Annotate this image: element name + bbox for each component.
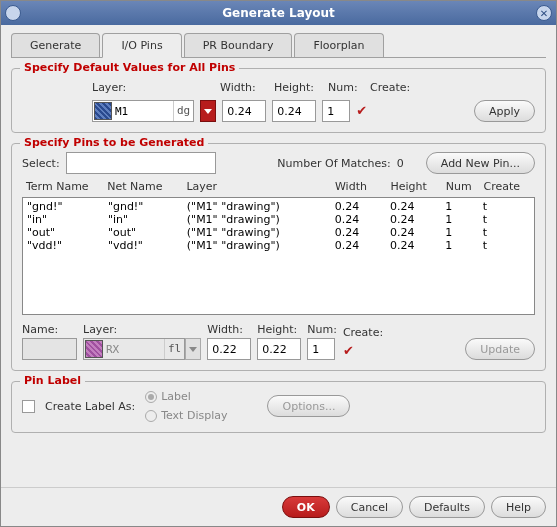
titlebar: Generate Layout ✕ bbox=[1, 1, 556, 25]
label-matches: Number Of Matches: bbox=[277, 157, 390, 170]
create-label-as-checkbox[interactable] bbox=[22, 400, 35, 413]
close-icon[interactable]: ✕ bbox=[536, 5, 552, 21]
pin-table[interactable]: "gnd!" "gnd!" ("M1" "drawing") 0.240.241… bbox=[22, 197, 535, 315]
default-layer-input[interactable] bbox=[113, 102, 173, 120]
edit-layer-suffix: fl bbox=[164, 339, 184, 359]
radio-label-text: Label bbox=[161, 390, 191, 403]
col-num: Num bbox=[446, 180, 484, 193]
app-icon bbox=[5, 5, 21, 21]
options-button: Options... bbox=[267, 395, 350, 417]
add-new-pin-button[interactable]: Add New Pin... bbox=[426, 152, 535, 174]
default-height-input[interactable] bbox=[272, 100, 316, 122]
group-pins-to-generate: Specify Pins to be Generated Select: Num… bbox=[11, 143, 546, 371]
group-title-defaults: Specify Default Values for All Pins bbox=[20, 61, 239, 74]
radio-text-display bbox=[145, 410, 157, 422]
layer-swatch-icon bbox=[94, 102, 112, 120]
group-pin-label: Pin Label Create Label As: Label Text Di… bbox=[11, 381, 546, 433]
group-title-pin-label: Pin Label bbox=[20, 374, 85, 387]
col-term: Term Name bbox=[26, 180, 107, 193]
group-title-generate: Specify Pins to be Generated bbox=[20, 136, 208, 149]
edit-width-input[interactable] bbox=[207, 338, 251, 360]
ok-button[interactable]: OK bbox=[282, 496, 330, 518]
defaults-button[interactable]: Defaults bbox=[409, 496, 485, 518]
table-row[interactable]: "vdd!" "vdd!" ("M1" "drawing") 0.240.241… bbox=[27, 239, 530, 252]
apply-button[interactable]: Apply bbox=[474, 100, 535, 122]
table-row[interactable]: "gnd!" "gnd!" ("M1" "drawing") 0.240.241… bbox=[27, 200, 530, 213]
select-input[interactable] bbox=[66, 152, 216, 174]
edit-name-input bbox=[22, 338, 77, 360]
label-edit-create: Create: bbox=[343, 326, 383, 339]
default-layer-selector[interactable]: dg bbox=[92, 100, 194, 122]
label-edit-height: Height: bbox=[257, 323, 301, 336]
tab-floorplan[interactable]: Floorplan bbox=[294, 33, 383, 57]
group-default-values: Specify Default Values for All Pins Laye… bbox=[11, 68, 546, 133]
col-create: Create bbox=[483, 180, 531, 193]
label-edit-width: Width: bbox=[207, 323, 251, 336]
table-row[interactable]: "in" "in" ("M1" "drawing") 0.240.241t bbox=[27, 213, 530, 226]
edit-layer-input bbox=[104, 340, 164, 358]
matches-value: 0 bbox=[397, 157, 404, 170]
label-width: Width: bbox=[220, 81, 264, 94]
label-edit-num: Num: bbox=[307, 323, 337, 336]
col-width: Width bbox=[335, 180, 390, 193]
col-layer: Layer bbox=[186, 180, 335, 193]
edit-layer-dropdown-icon bbox=[185, 338, 201, 360]
table-row[interactable]: "out" "out" ("M1" "drawing") 0.240.241t bbox=[27, 226, 530, 239]
tab-io-pins[interactable]: I/O Pins bbox=[102, 33, 181, 58]
tab-pr-boundary[interactable]: PR Boundary bbox=[184, 33, 293, 57]
dialog-footer: OK Cancel Defaults Help bbox=[1, 487, 556, 526]
label-create-as: Create Label As: bbox=[45, 400, 135, 413]
edit-num-input[interactable] bbox=[307, 338, 335, 360]
default-layer-dropdown-icon[interactable] bbox=[200, 100, 216, 122]
radio-text-display-text: Text Display bbox=[161, 409, 227, 422]
label-layer: Layer: bbox=[92, 81, 210, 94]
col-height: Height bbox=[390, 180, 445, 193]
pin-table-header: Term Name Net Name Layer Width Height Nu… bbox=[22, 180, 535, 193]
tab-generate[interactable]: Generate bbox=[11, 33, 100, 57]
edit-height-input[interactable] bbox=[257, 338, 301, 360]
edit-layer-selector: fl bbox=[83, 338, 185, 360]
label-num: Num: bbox=[328, 81, 360, 94]
label-edit-layer: Layer: bbox=[83, 323, 201, 336]
default-num-input[interactable] bbox=[322, 100, 350, 122]
label-height: Height: bbox=[274, 81, 318, 94]
update-button: Update bbox=[465, 338, 535, 360]
default-width-input[interactable] bbox=[222, 100, 266, 122]
label-create: Create: bbox=[370, 81, 410, 94]
cancel-button[interactable]: Cancel bbox=[336, 496, 403, 518]
edit-layer-swatch-icon bbox=[85, 340, 103, 358]
label-select: Select: bbox=[22, 157, 60, 170]
radio-label bbox=[145, 391, 157, 403]
window-title: Generate Layout bbox=[21, 6, 536, 20]
label-name: Name: bbox=[22, 323, 77, 336]
default-create-check-icon[interactable]: ✔ bbox=[356, 105, 368, 117]
edit-create-check-icon[interactable]: ✔ bbox=[343, 345, 355, 357]
default-layer-suffix: dg bbox=[173, 101, 193, 121]
tab-bar: Generate I/O Pins PR Boundary Floorplan bbox=[11, 33, 546, 58]
col-net: Net Name bbox=[107, 180, 186, 193]
help-button[interactable]: Help bbox=[491, 496, 546, 518]
